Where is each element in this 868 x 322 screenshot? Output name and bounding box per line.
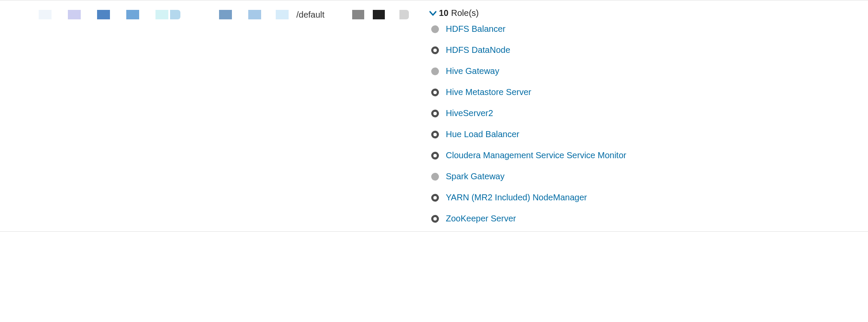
role-link[interactable]: ZooKeeper Server: [446, 214, 516, 224]
status-stopped-icon: [431, 110, 439, 117]
redacted-health-segment: [399, 10, 409, 19]
redacted-hostname-segment: [39, 10, 52, 19]
host-name-cell: [0, 8, 219, 19]
role-item: HDFS DataNode: [431, 45, 868, 55]
roles-toggle[interactable]: 10 Role(s): [429, 8, 868, 18]
redacted-ip-segment: [276, 10, 289, 19]
role-link[interactable]: HiveServer2: [446, 108, 493, 118]
redacted-health-segment: [373, 10, 385, 19]
redacted-hostname-segment: [141, 10, 154, 19]
host-ip-cell: [219, 8, 296, 19]
status-stopped-icon: [431, 215, 439, 223]
role-link[interactable]: Hive Metastore Server: [446, 87, 531, 97]
role-link[interactable]: YARN (MR2 Included) NodeManager: [446, 193, 587, 202]
redacted-ip-segment: [248, 10, 261, 19]
role-item: HDFS Balancer: [431, 24, 868, 34]
status-stopped-icon: [431, 131, 439, 138]
rack-cell: /default: [296, 8, 352, 20]
redacted-hostname-segment: [68, 10, 81, 19]
redacted-ip-segment: [219, 10, 232, 19]
redacted-ip-segment: [263, 10, 274, 19]
host-row: /default 10 Role(s) HDFS Balancer HDFS D…: [0, 0, 868, 232]
role-link[interactable]: Hive Gateway: [446, 66, 499, 76]
status-stopped-icon: [431, 89, 439, 96]
role-link[interactable]: Hue Load Balancer: [446, 129, 519, 139]
role-item: Spark Gateway: [431, 172, 868, 181]
redacted-hostname-segment: [112, 10, 125, 19]
health-cell: [352, 8, 429, 19]
status-stopped-icon: [431, 152, 439, 159]
role-item: YARN (MR2 Included) NodeManager: [431, 193, 868, 202]
redacted-ip-segment: [234, 10, 247, 19]
role-item: Hive Metastore Server: [431, 87, 868, 97]
role-item: HiveServer2: [431, 108, 868, 118]
role-link[interactable]: HDFS DataNode: [446, 45, 510, 55]
redacted-hostname-segment: [97, 10, 110, 19]
roles-cell: 10 Role(s) HDFS Balancer HDFS DataNode H…: [429, 8, 868, 224]
status-none-icon: [431, 67, 439, 75]
redacted-hostname-segment: [170, 10, 180, 19]
rack-value: /default: [296, 10, 325, 19]
role-item: ZooKeeper Server: [431, 214, 868, 224]
role-list: HDFS Balancer HDFS DataNode Hive Gateway…: [429, 24, 868, 224]
status-stopped-icon: [431, 194, 439, 202]
chevron-down-icon: [429, 8, 436, 18]
role-link[interactable]: Spark Gateway: [446, 172, 505, 181]
role-item: Hive Gateway: [431, 66, 868, 76]
status-stopped-icon: [431, 46, 439, 54]
redacted-health-segment: [387, 10, 397, 19]
redacted-health-segment: [352, 10, 364, 19]
redacted-hostname-segment: [155, 10, 168, 19]
role-item: Cloudera Management Service Service Moni…: [431, 150, 868, 160]
redacted-hostname-segment: [53, 10, 66, 19]
status-none-icon: [431, 173, 439, 181]
redacted-hostname-segment: [82, 10, 95, 19]
roles-count: 10: [439, 8, 448, 18]
role-link[interactable]: Cloudera Management Service Service Moni…: [446, 150, 626, 160]
roles-label: Role(s): [451, 8, 478, 18]
role-item: Hue Load Balancer: [431, 129, 868, 139]
redacted-health-segment: [367, 10, 370, 19]
status-none-icon: [431, 25, 439, 33]
role-link[interactable]: HDFS Balancer: [446, 24, 506, 34]
redacted-hostname-segment: [126, 10, 139, 19]
